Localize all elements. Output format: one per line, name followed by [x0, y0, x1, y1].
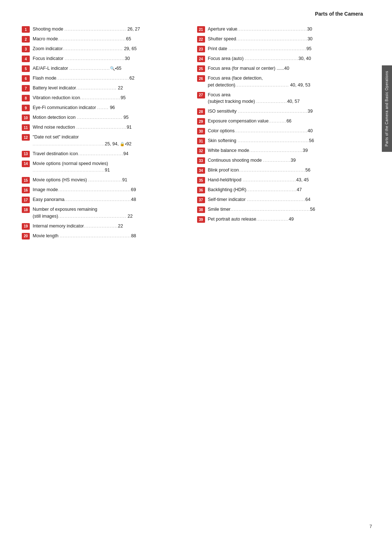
list-item: 29 Exposure compensation value..........…: [197, 118, 362, 126]
item-badge: 4: [22, 56, 30, 62]
item-text: Focus area (auto) ......................…: [208, 55, 362, 62]
item-text: Number of exposures remaining (still ima…: [33, 206, 186, 220]
item-text: Skin softening .........................…: [208, 137, 362, 144]
item-text: Focus indicator ........................…: [33, 55, 186, 62]
list-item: 12 "Date not set" indicator ............…: [22, 134, 186, 148]
list-item: 3 Zoom indicator........................…: [22, 45, 186, 53]
item-text: Movie options (normal speed movies) ....…: [33, 160, 186, 174]
item-text: Battery level indicator.................…: [33, 85, 186, 92]
page-header: Parts of the Camera: [22, 11, 374, 17]
item-badge: 32: [197, 148, 205, 154]
list-item: 31 Skin softening ......................…: [197, 137, 362, 145]
item-text: Image mode..............................…: [33, 186, 186, 193]
list-item: 27 Focus area (subject tracking mode) ..…: [197, 92, 362, 105]
item-badge: 35: [197, 177, 205, 184]
list-item: 14 Movie options (normal speed movies) .…: [22, 160, 186, 174]
item-badge: 23: [197, 46, 205, 52]
list-item: 16 Image mode...........................…: [22, 186, 186, 194]
item-badge: 18: [22, 206, 30, 213]
item-text: "Date not set" indicator ...............…: [33, 134, 186, 148]
item-text: Eye-Fi communication indicator ....... 9…: [33, 104, 186, 111]
item-badge: 2: [22, 36, 30, 43]
item-text: Internal memory indicator...............…: [33, 223, 186, 230]
list-item: 17 Easy panorama........................…: [22, 196, 186, 204]
item-text: Flash mode..............................…: [33, 75, 186, 82]
item-badge: 9: [22, 105, 30, 111]
item-badge: 20: [22, 233, 30, 239]
item-badge: 10: [22, 114, 30, 121]
list-item: 8 Vibration reduction icon..............…: [22, 94, 186, 102]
list-item: 2 Macro mode............................…: [22, 36, 186, 44]
item-badge: 33: [197, 157, 205, 164]
list-item: 9 Eye-Fi communication indicator .......…: [22, 104, 186, 112]
list-item: 11 Wind noise reduction ................…: [22, 124, 186, 132]
item-badge: 39: [197, 216, 205, 223]
list-item: 24 Focus area (auto) ...................…: [197, 55, 362, 63]
list-item: 35 Hand-held/tripod ....................…: [197, 177, 362, 185]
item-badge: 3: [22, 46, 30, 52]
list-item: 21 Aperture value.......................…: [197, 26, 362, 34]
list-item: 18 Number of exposures remaining (still …: [22, 206, 186, 220]
left-column: 1 Shooting mode ........................…: [22, 26, 186, 242]
item-text: Easy panorama...........................…: [33, 196, 186, 203]
item-text: Hand-held/tripod .......................…: [208, 177, 362, 184]
item-badge: 26: [197, 75, 205, 82]
item-text: Travel destination icon.................…: [33, 150, 186, 157]
item-badge: 8: [22, 95, 30, 101]
item-badge: 30: [197, 128, 205, 134]
item-text: Backlighting (HDR)......................…: [208, 186, 362, 193]
item-badge: 34: [197, 167, 205, 174]
list-item: 20 Movie length ........................…: [22, 233, 186, 241]
item-badge: 16: [22, 187, 30, 193]
list-item: 38 Smile timer..........................…: [197, 206, 362, 214]
list-item: 30 Color options........................…: [197, 128, 362, 136]
item-badge: 27: [197, 92, 205, 98]
list-item: 4 Focus indicator ......................…: [22, 55, 186, 63]
item-text: Continuous shooting mode ...............…: [208, 157, 362, 164]
list-item: 32 White balance mode...................…: [197, 147, 362, 155]
item-text: Color options...........................…: [208, 128, 362, 134]
item-text: Vibration reduction icon................…: [33, 94, 186, 101]
item-badge: 15: [22, 177, 30, 184]
item-badge: 29: [197, 118, 205, 125]
list-item: 7 Battery level indicator...............…: [22, 85, 186, 93]
item-badge: 37: [197, 197, 205, 203]
item-text: Movie options (HS movies) ..............…: [33, 177, 186, 184]
side-tab: Parts of the Camera and Basic Operations: [382, 65, 392, 152]
item-badge: 12: [22, 134, 30, 141]
right-column: 21 Aperture value.......................…: [197, 26, 362, 242]
list-item: 36 Backlighting (HDR)...................…: [197, 186, 362, 194]
list-item: 22 Shutter speed........................…: [197, 36, 362, 44]
item-text: Zoom indicator..........................…: [33, 45, 186, 52]
list-item: 39 Pet portrait auto release............…: [197, 216, 362, 224]
item-badge: 31: [197, 138, 205, 144]
item-badge: 24: [197, 56, 205, 62]
item-text: White balance mode......................…: [208, 147, 362, 154]
list-item: 28 ISO sensitivity .....................…: [197, 108, 362, 116]
item-text: Focus area (for manual or center) ......…: [208, 65, 362, 72]
item-text: Pet portrait auto release...............…: [208, 216, 362, 223]
item-badge: 14: [22, 161, 30, 167]
item-badge: 22: [197, 36, 205, 43]
item-text: Shutter speed...........................…: [208, 36, 362, 43]
item-text: AE/AF-L indicator ......................…: [33, 65, 186, 72]
item-text: Macro mode..............................…: [33, 36, 186, 43]
item-text: Self-timer indicator ...................…: [208, 196, 362, 203]
item-text: Movie length ...........................…: [33, 233, 186, 239]
list-item: 26 Focus area (face detection, pet detec…: [197, 75, 362, 89]
item-text: Smile timer.............................…: [208, 206, 362, 213]
list-item: 34 Blink proof icon.....................…: [197, 167, 362, 175]
list-item: 19 Internal memory indicator............…: [22, 223, 186, 231]
item-badge: 36: [197, 187, 205, 193]
item-text: Shooting mode ..........................…: [33, 26, 186, 33]
content-area: 1 Shooting mode ........................…: [22, 26, 374, 242]
item-badge: 5: [22, 65, 30, 72]
item-badge: 38: [197, 206, 205, 213]
list-item: 5 AE/AF-L indicator ....................…: [22, 65, 186, 73]
item-badge: 21: [197, 26, 205, 33]
item-badge: 25: [197, 65, 205, 72]
item-badge: 28: [197, 108, 205, 115]
list-item: 1 Shooting mode ........................…: [22, 26, 186, 34]
item-badge: 6: [22, 75, 30, 82]
item-text: Aperture value..........................…: [208, 26, 362, 33]
